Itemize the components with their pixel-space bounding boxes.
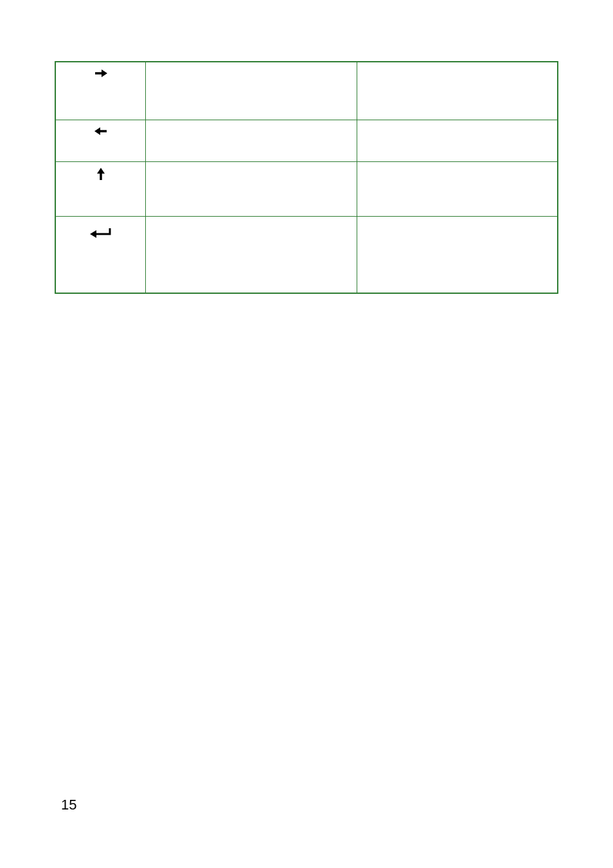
cell-icon [55, 216, 146, 293]
return-arrow-icon [88, 226, 114, 242]
page-content [0, 0, 613, 294]
page-number: 15 [61, 797, 76, 813]
svg-marker-6 [90, 230, 96, 238]
cell-description [146, 120, 357, 161]
table-row [55, 161, 558, 216]
symbols-table [55, 61, 558, 294]
arrow-up-icon [95, 167, 107, 184]
arrow-right-icon [94, 68, 108, 82]
svg-marker-1 [102, 69, 107, 77]
table-row [55, 62, 558, 120]
cell-description [146, 161, 357, 216]
cell-description [146, 216, 357, 293]
cell-icon [55, 62, 146, 120]
arrow-left-icon [94, 125, 108, 140]
cell-description [146, 62, 357, 120]
cell-value [357, 120, 558, 161]
table-row [55, 120, 558, 161]
cell-value [357, 161, 558, 216]
cell-value [357, 62, 558, 120]
svg-marker-3 [94, 127, 100, 135]
table-row [55, 216, 558, 293]
cell-icon [55, 161, 146, 216]
cell-value [357, 216, 558, 293]
svg-marker-5 [97, 168, 105, 174]
cell-icon [55, 120, 146, 161]
